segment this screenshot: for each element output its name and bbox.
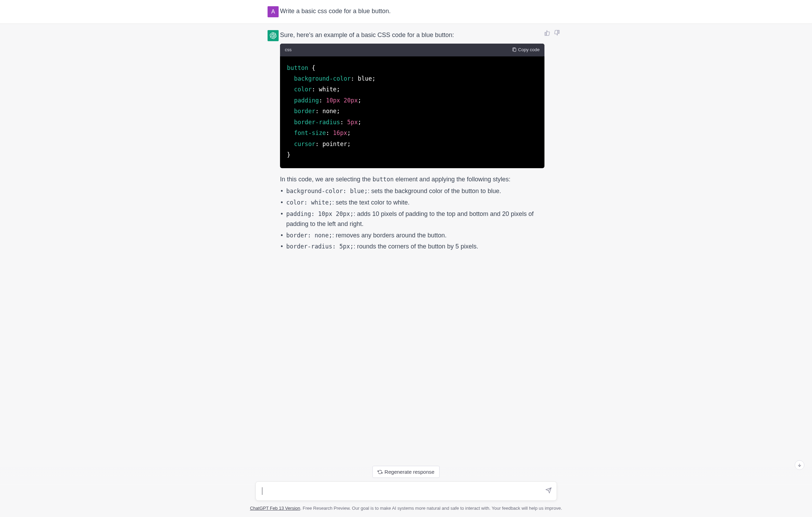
list-item-text: : rounds the corners of the button by 5 … (353, 243, 478, 250)
assistant-message-row: Sure, here's an example of a basic CSS c… (0, 24, 812, 259)
user-message-text: Write a basic css code for a blue button… (280, 6, 544, 16)
refresh-icon (378, 470, 382, 474)
footer-rest: . Free Research Preview. Our goal is to … (300, 506, 562, 511)
openai-icon (270, 32, 277, 39)
copy-code-button[interactable]: Copy code (512, 46, 540, 54)
thumbs-down-icon (554, 30, 560, 36)
inline-code: border: none; (286, 232, 332, 239)
feedback-buttons (543, 29, 561, 37)
inline-code: color: white; (286, 199, 332, 206)
code-body[interactable]: button { background-color: blue; color: … (280, 56, 544, 168)
explain-intro: In this code, we are selecting the butto… (280, 174, 544, 184)
list-item: background-color: blue;: sets the backgr… (280, 186, 544, 196)
list-item: color: white;: sets the text color to wh… (280, 198, 544, 208)
inline-code: background-color: blue; (286, 188, 368, 194)
inline-code: border-radius: 5px; (286, 243, 353, 250)
list-item: border: none;: removes any borders aroun… (280, 230, 544, 241)
chat-scroll-area[interactable]: A Write a basic css code for a blue butt… (0, 0, 812, 472)
footer-note: ChatGPT Feb 13 Version. Free Research Pr… (0, 506, 812, 511)
regenerate-button[interactable]: Regenerate response (372, 466, 440, 478)
list-item-text: : sets the background color of the butto… (368, 188, 501, 194)
send-button[interactable] (545, 487, 552, 495)
assistant-intro-text: Sure, here's an example of a basic CSS c… (280, 30, 544, 40)
clipboard-icon (512, 47, 517, 52)
thumbs-up-button[interactable] (543, 29, 551, 37)
regenerate-label: Regenerate response (385, 469, 434, 475)
code-block: css Copy code button { background-color:… (280, 44, 544, 168)
user-avatar: A (268, 6, 279, 17)
inline-code: padding: 10px 20px; (286, 210, 353, 217)
avatar-letter: A (271, 9, 275, 15)
text-cursor (262, 487, 262, 495)
list-item: border-radius: 5px;: rounds the corners … (280, 242, 544, 252)
user-message-row: A Write a basic css code for a blue butt… (0, 0, 812, 24)
version-link[interactable]: ChatGPT Feb 13 Version (250, 506, 300, 511)
assistant-avatar (268, 30, 279, 41)
thumbs-down-button[interactable] (553, 29, 561, 37)
message-input[interactable] (255, 481, 557, 501)
explain-intro-post: element and applying the following style… (394, 176, 511, 183)
explain-intro-pre: In this code, we are selecting the (280, 176, 372, 183)
code-language-label: css (285, 46, 292, 54)
send-icon (545, 487, 552, 493)
explain-list: background-color: blue;: sets the backgr… (280, 186, 544, 252)
thumbs-up-icon (544, 30, 550, 36)
list-item-text: : removes any borders around the button. (332, 232, 446, 239)
copy-code-label: Copy code (518, 46, 540, 54)
explain-intro-code: button (372, 176, 394, 183)
list-item-text: : sets the text color to white. (332, 199, 409, 206)
svg-rect-0 (514, 48, 516, 52)
bottom-area: Regenerate response ChatGPT Feb 13 Versi… (0, 466, 812, 517)
list-item: padding: 10px 20px;: adds 10 pixels of p… (280, 209, 544, 229)
